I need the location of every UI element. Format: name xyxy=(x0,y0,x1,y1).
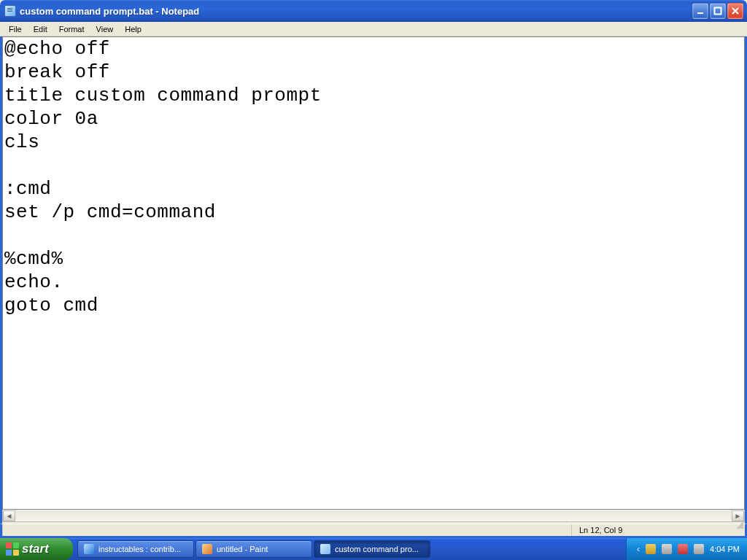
tray-icon[interactable] xyxy=(694,544,704,554)
taskbar-item-label: instructables : contrib... xyxy=(98,545,181,553)
start-button[interactable]: start xyxy=(0,538,73,560)
notepad-icon xyxy=(320,544,330,554)
statusbar-pane-left xyxy=(2,524,571,536)
system-tray: ‹ 4:04 PM xyxy=(626,538,747,560)
taskbar-item-label: untitled - Paint xyxy=(217,545,268,553)
taskbar-item-instructables[interactable]: instructables : contrib... xyxy=(77,540,194,558)
window-titlebar: custom command prompt.bat - Notepad xyxy=(0,0,747,22)
taskbar-clock[interactable]: 4:04 PM xyxy=(710,545,740,553)
scroll-left-button[interactable]: ◄ xyxy=(3,510,15,521)
close-icon xyxy=(731,7,740,15)
text-editor[interactable]: @echo off break off title custom command… xyxy=(2,36,745,510)
taskbar-item-paint[interactable]: untitled - Paint xyxy=(196,540,312,558)
svg-rect-1 xyxy=(715,8,721,15)
taskbar: start instructables : contrib... untitle… xyxy=(0,538,747,560)
taskbar-item-label: custom command pro... xyxy=(335,545,419,553)
internet-explorer-icon xyxy=(84,544,94,554)
security-shield-icon[interactable] xyxy=(646,544,656,554)
menubar: File Edit Format View Help xyxy=(0,22,747,36)
minimize-icon xyxy=(696,7,705,15)
window-title: custom command prompt.bat - Notepad xyxy=(20,6,199,17)
notepad-icon xyxy=(4,5,16,17)
taskbar-item-notepad[interactable]: custom command pro... xyxy=(314,540,430,558)
statusbar-position: Ln 12, Col 9 xyxy=(571,524,732,536)
menu-help[interactable]: Help xyxy=(119,23,147,35)
tray-icon[interactable] xyxy=(662,544,672,554)
scroll-right-button[interactable]: ► xyxy=(732,510,744,521)
editor-container: @echo off break off title custom command… xyxy=(0,36,747,524)
maximize-button[interactable] xyxy=(710,3,726,19)
tray-expand-button[interactable]: ‹ xyxy=(637,544,640,554)
windows-logo-icon xyxy=(6,542,19,556)
scroll-track[interactable] xyxy=(15,510,732,521)
menu-file[interactable]: File xyxy=(3,23,28,35)
close-button[interactable] xyxy=(727,3,743,19)
statusbar: Ln 12, Col 9 xyxy=(0,524,747,538)
svg-rect-0 xyxy=(697,12,703,14)
taskbar-items: instructables : contrib... untitled - Pa… xyxy=(73,538,626,560)
menu-view[interactable]: View xyxy=(90,23,120,35)
horizontal-scrollbar[interactable]: ◄ ► xyxy=(2,510,745,522)
window-controls xyxy=(692,3,743,19)
tray-icon[interactable] xyxy=(678,544,688,554)
maximize-icon xyxy=(713,7,722,15)
paint-icon xyxy=(202,544,212,554)
minimize-button[interactable] xyxy=(692,3,708,19)
menu-edit[interactable]: Edit xyxy=(28,23,53,35)
menu-format[interactable]: Format xyxy=(53,23,90,35)
start-label: start xyxy=(22,542,49,556)
